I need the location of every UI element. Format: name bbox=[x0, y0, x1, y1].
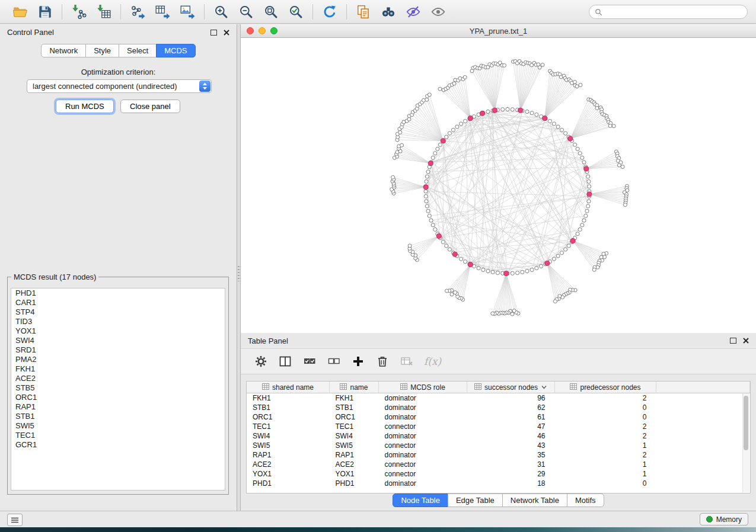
tab-mcds[interactable]: MCDS bbox=[156, 44, 195, 57]
cell-shared-name[interactable]: SWI5 bbox=[247, 441, 330, 450]
table-row[interactable]: SWI4SWI4dominator462 bbox=[247, 431, 750, 441]
search-box[interactable] bbox=[589, 5, 748, 19]
tab-network[interactable]: Network bbox=[41, 44, 86, 57]
mcds-result-list[interactable]: PHD1CAR1STP4TID3YOX1SWI4SRD1PMA2FKH1ACE2… bbox=[11, 288, 225, 491]
mcds-result-item[interactable]: SRD1 bbox=[11, 345, 225, 355]
network-window-titlebar[interactable]: YPA_prune.txt_1 bbox=[241, 24, 756, 38]
cell-name[interactable]: RAP1 bbox=[330, 450, 379, 460]
cell-successor-nodes[interactable]: 35 bbox=[467, 450, 555, 460]
cell-name[interactable]: TEC1 bbox=[330, 422, 379, 431]
column-header-MCDS-role[interactable]: MCDS role bbox=[379, 382, 467, 393]
cell-predecessor-nodes[interactable]: 2 bbox=[555, 431, 656, 441]
cell-successor-nodes[interactable]: 62 bbox=[467, 403, 555, 412]
cell-MCDS-role[interactable]: dominator bbox=[379, 479, 467, 488]
cell-shared-name[interactable]: TEC1 bbox=[247, 422, 330, 431]
table-scrollbar-thumb[interactable] bbox=[744, 396, 748, 450]
cell-MCDS-role[interactable]: dominator bbox=[379, 412, 467, 422]
export-image-icon[interactable] bbox=[176, 2, 199, 21]
table-row[interactable]: SWI5SWI5connector431 bbox=[247, 441, 750, 450]
window-close-icon[interactable] bbox=[247, 27, 254, 34]
refresh-icon[interactable] bbox=[318, 2, 341, 21]
select-all-icon[interactable] bbox=[301, 353, 318, 370]
cell-predecessor-nodes[interactable]: 0 bbox=[555, 412, 656, 422]
float-panel-icon[interactable] bbox=[210, 30, 217, 36]
mcds-result-item[interactable]: SWI4 bbox=[11, 336, 225, 345]
toggle-columns-icon[interactable] bbox=[277, 353, 294, 370]
copy-document-icon[interactable] bbox=[352, 2, 375, 21]
mcds-result-item[interactable]: YOX1 bbox=[11, 326, 225, 336]
tab-network-table[interactable]: Network Table bbox=[502, 493, 567, 507]
tab-motifs[interactable]: Motifs bbox=[567, 493, 604, 507]
import-table-icon[interactable] bbox=[92, 2, 115, 21]
cell-shared-name[interactable]: YOX1 bbox=[247, 469, 330, 479]
menu-button[interactable] bbox=[7, 514, 23, 526]
cell-name[interactable]: SWI5 bbox=[330, 441, 379, 450]
zoom-selected-icon[interactable] bbox=[285, 2, 307, 21]
criterion-dropdown[interactable]: largest connected component (undirected) bbox=[27, 79, 212, 93]
cell-successor-nodes[interactable]: 47 bbox=[467, 422, 555, 431]
cell-predecessor-nodes[interactable]: 1 bbox=[555, 469, 656, 479]
cell-predecessor-nodes[interactable]: 0 bbox=[555, 403, 656, 412]
mcds-result-item[interactable]: STP4 bbox=[11, 307, 225, 317]
cell-MCDS-role[interactable]: connector bbox=[379, 469, 467, 479]
zoom-out-icon[interactable] bbox=[235, 2, 257, 21]
mcds-result-item[interactable]: RAP1 bbox=[11, 402, 225, 412]
settings-gear-icon[interactable] bbox=[253, 353, 269, 370]
window-minimize-icon[interactable] bbox=[259, 27, 266, 34]
mcds-result-item[interactable]: STB5 bbox=[11, 383, 225, 393]
import-network-icon[interactable] bbox=[68, 2, 90, 21]
mcds-result-item[interactable]: SWI5 bbox=[11, 421, 225, 431]
binoculars-icon[interactable] bbox=[377, 2, 400, 21]
table-row[interactable]: ORC1ORC1dominator610 bbox=[247, 412, 750, 422]
open-folder-icon[interactable] bbox=[9, 2, 31, 21]
search-input[interactable] bbox=[606, 7, 742, 17]
column-header-shared-name[interactable]: shared name bbox=[247, 382, 330, 393]
cell-name[interactable]: ACE2 bbox=[330, 460, 379, 469]
add-row-icon[interactable] bbox=[350, 353, 366, 370]
mcds-result-item[interactable]: GCR1 bbox=[11, 440, 225, 450]
cell-shared-name[interactable]: RAP1 bbox=[247, 450, 330, 460]
cell-MCDS-role[interactable]: connector bbox=[379, 422, 467, 431]
cell-shared-name[interactable]: FKH1 bbox=[247, 393, 330, 403]
cell-MCDS-role[interactable]: dominator bbox=[379, 393, 467, 403]
save-icon[interactable] bbox=[34, 2, 56, 21]
eye-icon[interactable] bbox=[427, 2, 449, 21]
cell-shared-name[interactable]: ORC1 bbox=[247, 412, 330, 422]
deselect-all-icon[interactable] bbox=[326, 353, 342, 370]
mcds-result-item[interactable]: ORC1 bbox=[11, 393, 225, 402]
cell-predecessor-nodes[interactable]: 0 bbox=[555, 479, 656, 488]
mcds-result-item[interactable]: PMA2 bbox=[11, 355, 225, 364]
mcds-result-item[interactable]: STB1 bbox=[11, 412, 225, 421]
cell-name[interactable]: ORC1 bbox=[330, 412, 379, 422]
table-row[interactable]: STB1STB1dominator620 bbox=[247, 403, 750, 412]
eye-slash-icon[interactable] bbox=[402, 2, 425, 21]
mcds-result-item[interactable]: CAR1 bbox=[11, 298, 225, 307]
close-table-panel-icon[interactable] bbox=[743, 338, 749, 344]
cell-name[interactable]: FKH1 bbox=[330, 393, 379, 403]
tab-style[interactable]: Style bbox=[85, 44, 119, 57]
cell-predecessor-nodes[interactable]: 2 bbox=[555, 450, 656, 460]
window-zoom-icon[interactable] bbox=[270, 27, 277, 34]
cell-successor-nodes[interactable]: 18 bbox=[467, 479, 555, 488]
memory-button[interactable]: Memory bbox=[700, 513, 748, 525]
close-panel-button[interactable]: Close panel bbox=[120, 100, 180, 113]
cell-predecessor-nodes[interactable]: 1 bbox=[555, 441, 656, 450]
cell-name[interactable]: YOX1 bbox=[330, 469, 379, 479]
close-panel-icon[interactable] bbox=[224, 30, 229, 36]
cell-successor-nodes[interactable]: 46 bbox=[467, 431, 555, 441]
cell-successor-nodes[interactable]: 61 bbox=[467, 412, 555, 422]
dropdown-stepper-icon[interactable] bbox=[199, 81, 210, 92]
mcds-result-item[interactable]: ACE2 bbox=[11, 374, 225, 383]
table-row[interactable]: RAP1RAP1dominator352 bbox=[247, 450, 750, 460]
table-row[interactable]: ACE2ACE2connector311 bbox=[247, 460, 750, 469]
table-row[interactable]: TEC1TEC1connector472 bbox=[247, 422, 750, 431]
cell-name[interactable]: SWI4 bbox=[330, 431, 379, 441]
zoom-fit-icon[interactable] bbox=[260, 2, 282, 21]
tab-edge-table[interactable]: Edge Table bbox=[448, 493, 503, 507]
export-network-icon[interactable] bbox=[126, 2, 149, 21]
cell-name[interactable]: STB1 bbox=[330, 403, 379, 412]
cell-name[interactable]: PHD1 bbox=[330, 479, 379, 488]
cell-shared-name[interactable]: SWI4 bbox=[247, 431, 330, 441]
table-scrollbar[interactable] bbox=[742, 393, 749, 492]
tab-select[interactable]: Select bbox=[119, 44, 157, 57]
